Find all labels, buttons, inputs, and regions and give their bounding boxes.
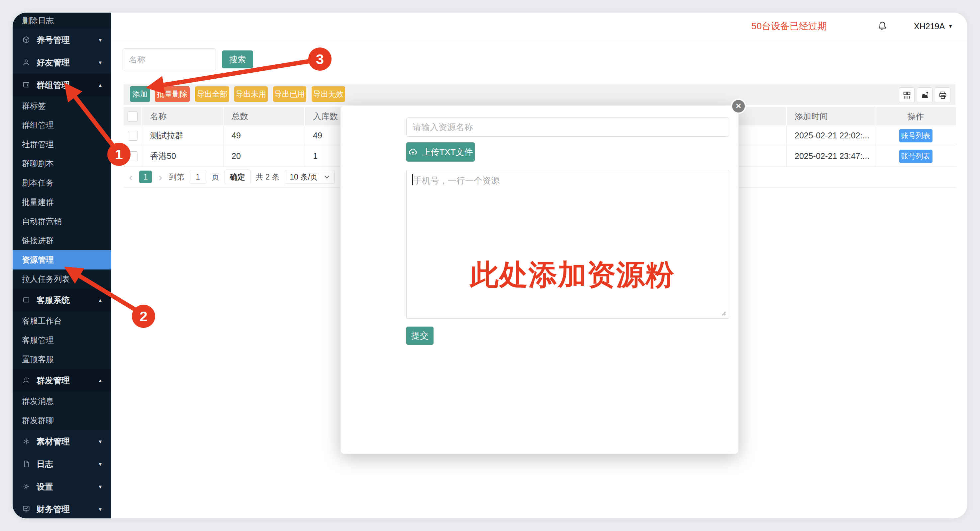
chevron-down-icon bbox=[324, 175, 329, 179]
sidebar-item-logs[interactable]: 日志 ▼ bbox=[13, 453, 111, 475]
sidebar-item-label: 删除日志 bbox=[22, 15, 54, 26]
resource-textarea[interactable] bbox=[406, 170, 729, 319]
sidebar-item-label: 好友管理 bbox=[37, 57, 98, 68]
select-all-cell bbox=[124, 107, 142, 125]
print-icon[interactable] bbox=[935, 87, 950, 103]
sidebar-item-label: 财务管理 bbox=[37, 504, 98, 515]
page: 删除日志 养号管理 ▼ 好友管理 ▼ 群组管理 ▲ 群标签 群组管理 社群管理 … bbox=[0, 0, 980, 531]
document-icon bbox=[22, 460, 30, 468]
window-icon bbox=[22, 296, 30, 304]
chevron-down-icon: ▼ bbox=[98, 60, 103, 65]
chevron-up-icon: ▲ bbox=[98, 297, 103, 303]
sidebar-item-pinned-cs[interactable]: 置顶客服 bbox=[13, 350, 111, 369]
page-size-select[interactable]: 10 条/页 bbox=[285, 170, 334, 184]
export-file-icon[interactable] bbox=[917, 87, 932, 103]
export-used-button[interactable]: 导出已用 bbox=[273, 86, 306, 102]
sidebar-item-cs-manage[interactable]: 客服管理 bbox=[13, 331, 111, 350]
batch-delete-button[interactable]: 批量删除 bbox=[155, 86, 190, 102]
device-expired-alert: 50台设备已经过期 bbox=[751, 20, 827, 33]
sidebar-item-label: 日志 bbox=[37, 459, 98, 469]
resource-name-input[interactable] bbox=[406, 117, 729, 137]
account-list-button[interactable]: 账号列表 bbox=[899, 129, 932, 143]
export-unused-button[interactable]: 导出未用 bbox=[234, 86, 268, 102]
total-count-label: 共 2 条 bbox=[256, 172, 280, 182]
search-input[interactable] bbox=[123, 48, 216, 70]
header-total: 总数 bbox=[224, 107, 305, 125]
sidebar-item-mass-message[interactable]: 群发消息 bbox=[13, 392, 111, 411]
add-button[interactable]: 添加 bbox=[130, 86, 150, 102]
export-invalid-button[interactable]: 导出无效 bbox=[312, 86, 345, 102]
chevron-down-icon: ▼ bbox=[98, 506, 103, 512]
row-checkbox[interactable] bbox=[128, 131, 138, 141]
sidebar-item-label: 群发管理 bbox=[37, 375, 98, 386]
sidebar-item-cs-workbench[interactable]: 客服工作台 bbox=[13, 311, 111, 331]
prev-page-icon[interactable]: ‹ bbox=[127, 171, 134, 182]
select-all-checkbox[interactable] bbox=[127, 111, 138, 122]
screen-icon bbox=[22, 81, 30, 89]
row-name: 香港50 bbox=[142, 146, 224, 166]
row-name: 测試拉群 bbox=[142, 125, 224, 146]
sidebar-item-friend-mgmt[interactable]: 好友管理 ▼ bbox=[13, 51, 111, 74]
sidebar-item-customer-service[interactable]: 客服系统 ▲ bbox=[13, 289, 111, 311]
header-action: 操作 bbox=[875, 107, 956, 125]
confirm-page-button[interactable]: 确定 bbox=[224, 170, 250, 184]
annotation-badge-1: 1 bbox=[107, 143, 130, 166]
submit-button[interactable]: 提交 bbox=[406, 327, 434, 345]
sidebar-item-label: 设置 bbox=[37, 481, 98, 492]
upload-txt-button[interactable]: 上传TXT文件 bbox=[406, 143, 475, 162]
sidebar-item-group-chat-script[interactable]: 群聊剧本 bbox=[13, 154, 111, 173]
chevron-up-icon: ▲ bbox=[98, 378, 103, 383]
chevron-down-icon: ▼ bbox=[98, 461, 103, 467]
goto-page-input[interactable] bbox=[190, 170, 206, 184]
sidebar-item-auto-group-marketing[interactable]: 自动群营销 bbox=[13, 212, 111, 231]
sidebar-item-group-tag[interactable]: 群标签 bbox=[13, 96, 111, 116]
asterisk-icon bbox=[22, 437, 30, 446]
bell-icon[interactable] bbox=[877, 21, 888, 32]
goto-suffix-label: 页 bbox=[212, 172, 219, 182]
sidebar-item-mass-send-mgmt[interactable]: 群发管理 ▲ bbox=[13, 369, 111, 392]
sidebar-item-mass-group-chat[interactable]: 群发群聊 bbox=[13, 411, 111, 430]
sidebar-item-batch-create-group[interactable]: 批量建群 bbox=[13, 192, 111, 212]
sidebar-item-finance-mgmt[interactable]: 财务管理 ▼ bbox=[13, 498, 111, 518]
row-total: 49 bbox=[224, 125, 305, 146]
sidebar-item-label: 群组管理 bbox=[37, 80, 98, 90]
next-page-icon[interactable]: › bbox=[157, 171, 164, 182]
chevron-down-icon: ▼ bbox=[98, 37, 103, 43]
chevron-down-icon: ▼ bbox=[948, 24, 953, 29]
page-size-value: 10 条/页 bbox=[290, 172, 318, 182]
resize-handle[interactable] bbox=[719, 309, 727, 317]
sidebar-item-material-mgmt[interactable]: 素材管理 ▼ bbox=[13, 430, 111, 453]
sidebar-item-group-mgmt[interactable]: 群组管理 ▲ bbox=[13, 74, 111, 96]
user-menu[interactable]: XH219A ▼ bbox=[914, 22, 953, 31]
annotation-badge-2: 2 bbox=[132, 305, 155, 328]
row-time: 2025-02-21 23:47:... bbox=[787, 146, 875, 166]
goto-prefix-label: 到第 bbox=[169, 172, 185, 182]
columns-icon[interactable] bbox=[899, 87, 915, 103]
sidebar-item-settings[interactable]: 设置 ▼ bbox=[13, 475, 111, 498]
sidebar-item-label: 素材管理 bbox=[37, 436, 98, 447]
sidebar-item-group-manage[interactable]: 群组管理 bbox=[13, 116, 111, 135]
current-page-button[interactable]: 1 bbox=[139, 171, 152, 183]
search-button[interactable]: 搜索 bbox=[222, 51, 253, 68]
sidebar-item-account-nurture[interactable]: 养号管理 ▼ bbox=[13, 29, 111, 51]
cube-icon bbox=[22, 35, 30, 44]
cloud-upload-icon bbox=[408, 147, 418, 157]
sidebar-item-script-task[interactable]: 剧本任务 bbox=[13, 173, 111, 192]
annotation-overlay-text: 此处添加资源粉 bbox=[460, 255, 685, 294]
sidebar-item-delete-log[interactable]: 删除日志 bbox=[13, 13, 111, 29]
sidebar-item-resource-mgmt[interactable]: 资源管理 bbox=[13, 250, 111, 269]
app-frame: 删除日志 养号管理 ▼ 好友管理 ▼ 群组管理 ▲ 群标签 群组管理 社群管理 … bbox=[13, 13, 967, 518]
chevron-down-icon: ▼ bbox=[98, 484, 103, 490]
chevron-up-icon: ▲ bbox=[98, 82, 103, 88]
account-list-button[interactable]: 账号列表 bbox=[899, 150, 932, 163]
people-icon bbox=[22, 376, 30, 385]
sidebar-item-community-manage[interactable]: 社群管理 bbox=[13, 135, 111, 154]
sidebar-item-invite-task-list[interactable]: 拉人任务列表 bbox=[13, 269, 111, 289]
export-all-button[interactable]: 导出全部 bbox=[195, 86, 229, 102]
row-time: 2025-02-21 22:02:... bbox=[787, 125, 875, 146]
gear-icon bbox=[22, 482, 30, 491]
sidebar-item-link-join-group[interactable]: 链接进群 bbox=[13, 231, 111, 250]
sidebar-item-label: 客服系统 bbox=[37, 295, 98, 306]
sidebar: 删除日志 养号管理 ▼ 好友管理 ▼ 群组管理 ▲ 群标签 群组管理 社群管理 … bbox=[13, 13, 111, 518]
close-icon[interactable]: ✕ bbox=[731, 98, 746, 114]
